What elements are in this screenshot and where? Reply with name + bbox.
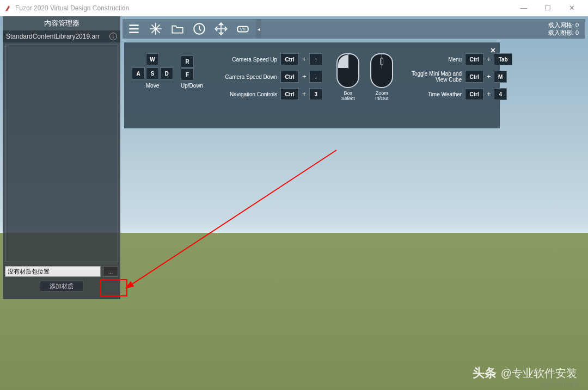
app-viewport: 内容管理器 StandardContentLibrary2019.arr ↓ .… (0, 16, 588, 390)
updown-label: Up/Down (181, 83, 203, 89)
add-material-button[interactable]: 添加材质 (40, 281, 83, 292)
d-key: D (160, 67, 173, 79)
s-key: S (146, 67, 159, 79)
close-button[interactable]: ✕ (560, 0, 584, 16)
main-toolbar: VR 载入网格: 0 载入图形: 0 (122, 19, 585, 39)
browse-material-button[interactable]: ... (103, 266, 118, 277)
f-key: F (181, 69, 194, 81)
sidebar-title: 内容管理器 (3, 16, 120, 30)
watermark-toutiao: 头条 @专业软件安装 (473, 365, 577, 381)
svg-text:VR: VR (240, 27, 246, 32)
r-key: R (181, 55, 194, 67)
library-body (5, 45, 118, 262)
navigation-help-panel: × W A S D Move R (124, 42, 500, 128)
vr-icon[interactable]: VR (235, 21, 251, 37)
titlebar: Fuzor 2020 Virtual Design Construction ―… (0, 0, 588, 16)
a-key: A (132, 67, 145, 79)
shortcut-col-right: MenuCtrl+Tab Toggle Mini Map and View Cu… (407, 53, 512, 100)
clock-icon[interactable] (191, 21, 207, 37)
toolbar-collapse-tab[interactable]: ◂ (256, 19, 261, 39)
mouse-box-select-icon (336, 53, 359, 88)
library-row[interactable]: StandardContentLibrary2019.arr ↓ (3, 30, 120, 42)
window-title: Fuzor 2020 Virtual Design Construction (15, 4, 129, 12)
library-filename: StandardContentLibrary2019.arr (6, 33, 100, 40)
watermark-blog: @51CTO博客 (543, 381, 580, 389)
content-manager-panel: 内容管理器 StandardContentLibrary2019.arr ↓ .… (3, 16, 120, 299)
help-close-button[interactable]: × (491, 46, 495, 55)
wasd-block: W A S D Move R F Up/Down (132, 53, 203, 89)
material-path-input[interactable] (5, 266, 101, 277)
shortcut-col-left: Camera Speed UpCtrl+↑ Camera Speed DownC… (217, 53, 322, 100)
move-label: Move (132, 83, 173, 89)
annotation-highlight-box (100, 279, 127, 296)
w-key: W (146, 53, 159, 65)
status-text: 载入网格: 0 载入图形: 0 (548, 21, 582, 36)
move-arrows-icon[interactable] (213, 21, 229, 37)
maximize-button[interactable]: ☐ (536, 0, 560, 16)
transform-icon[interactable] (148, 21, 164, 37)
menu-list-icon[interactable] (126, 21, 142, 37)
folder-open-icon[interactable] (169, 21, 186, 37)
mouse-zoom-icon (370, 53, 393, 88)
download-icon[interactable]: ↓ (109, 33, 117, 40)
mouse-diagrams: Box Select Zoom In/Out (336, 53, 393, 101)
minimize-button[interactable]: ― (512, 0, 536, 16)
app-logo-icon (4, 4, 12, 12)
